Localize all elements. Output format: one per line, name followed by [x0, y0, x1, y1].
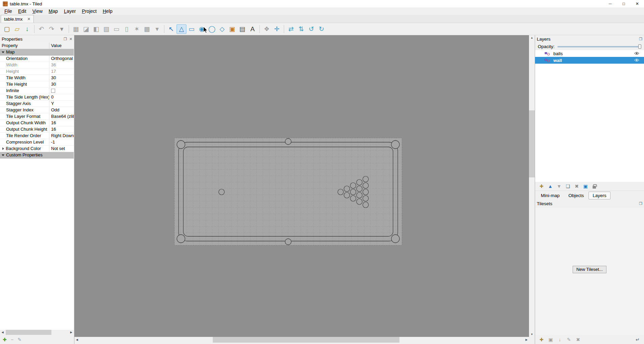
- canvas-v-scroll-thumb[interactable]: [529, 110, 535, 177]
- property-row[interactable]: Stagger Index Odd: [0, 107, 74, 113]
- tab-layers[interactable]: Layers: [589, 192, 611, 199]
- duplicate-layer-button[interactable]: ❏: [565, 183, 571, 190]
- new-tileset-button[interactable]: New Tileset...: [573, 266, 606, 273]
- property-row[interactable]: Map: [0, 49, 74, 56]
- highlight-layer-button[interactable]: ▣: [582, 183, 589, 190]
- rotate-right-button[interactable]: ↻: [317, 24, 326, 34]
- edit-polygons-tool[interactable]: △: [177, 24, 186, 34]
- property-name: Tile Render Order: [6, 133, 41, 139]
- open-file-button[interactable]: ▱: [12, 24, 22, 34]
- property-row[interactable]: Tile Width 30: [0, 75, 74, 81]
- scroll-right-arrow[interactable]: ▶: [524, 337, 529, 342]
- property-row[interactable]: Stagger Axis Y: [0, 101, 74, 107]
- add-property-button[interactable]: ✚: [3, 337, 7, 342]
- tab-objects[interactable]: Objects: [565, 192, 588, 199]
- insert-template-tool[interactable]: ▤: [237, 24, 247, 34]
- property-row[interactable]: Tile Render Order Right Down: [0, 133, 74, 139]
- insert-polygon-tool[interactable]: ◇: [217, 24, 227, 34]
- opacity-slider[interactable]: [557, 43, 641, 50]
- minimize-button[interactable]: ─: [603, 0, 617, 7]
- insert-point-tool[interactable]: ◉: [197, 24, 207, 34]
- remove-layer-button[interactable]: ✖: [573, 183, 580, 190]
- insert-rectangle-tool[interactable]: ▭: [187, 24, 197, 34]
- menu-map[interactable]: Map: [46, 8, 61, 15]
- properties-footer: ✚ − ✎: [0, 335, 74, 344]
- document-tab[interactable]: table.tmx ✕: [1, 15, 34, 23]
- canvas-h-scrollbar[interactable]: ◀ ▶: [74, 337, 529, 343]
- object-layer-icon: [545, 58, 550, 63]
- menu-view[interactable]: View: [29, 8, 46, 15]
- tab-mini-map[interactable]: Mini-map: [537, 192, 564, 199]
- map-canvas-area: ▲ ▼ ◀ ▶: [74, 35, 535, 344]
- infinite-checkbox[interactable]: [51, 89, 55, 93]
- close-button[interactable]: ✕: [630, 0, 644, 7]
- scroll-down-arrow[interactable]: ▼: [529, 332, 534, 337]
- undo-history-dropdown[interactable]: ▾: [57, 24, 67, 34]
- scroll-left-arrow[interactable]: ◀: [0, 330, 5, 335]
- menu-layer[interactable]: Layer: [61, 8, 79, 15]
- visibility-eye-icon[interactable]: [634, 51, 639, 55]
- scroll-up-arrow[interactable]: ▲: [529, 35, 534, 40]
- properties-header: Properties ❐ ✕: [0, 35, 74, 43]
- new-layer-button[interactable]: ✚: [538, 183, 545, 190]
- menu-file[interactable]: File: [1, 8, 15, 15]
- opacity-slider-handle[interactable]: [638, 44, 641, 49]
- flip-horizontal-button[interactable]: ⇄: [286, 24, 296, 34]
- opacity-row: Opacity:: [535, 43, 644, 50]
- property-row[interactable]: Tile Height 30: [0, 81, 74, 88]
- scroll-left-arrow[interactable]: ◀: [74, 337, 79, 342]
- canvas-h-scroll-thumb[interactable]: [213, 337, 399, 343]
- select-objects-tool[interactable]: ↖: [166, 24, 176, 34]
- insert-ellipse-tool[interactable]: ◯: [207, 24, 217, 34]
- properties-h-scrollbar[interactable]: ◀ ▶: [0, 330, 74, 335]
- window-controls: ─ □ ✕: [603, 0, 644, 7]
- open-tileset-editor-button[interactable]: ↵: [634, 336, 641, 343]
- new-tileset-button-small[interactable]: ✚: [538, 336, 545, 343]
- property-row[interactable]: Custom Properties: [0, 152, 74, 158]
- scroll-right-arrow[interactable]: ▶: [69, 330, 74, 335]
- map-svg[interactable]: [174, 138, 402, 245]
- expand-arrow-icon[interactable]: [2, 147, 4, 150]
- property-row[interactable]: Infinite: [0, 88, 74, 94]
- layer-row-balls[interactable]: balls: [535, 50, 644, 57]
- lower-layer-button: ▼: [556, 183, 562, 190]
- layer-row-wall[interactable]: wall: [535, 57, 644, 64]
- map-viewport[interactable]: [74, 35, 529, 337]
- property-row[interactable]: Output Chunk Height 16: [0, 126, 74, 133]
- toolbar-button: [69, 25, 69, 33]
- property-row[interactable]: Output Chunk Width 16: [0, 120, 74, 126]
- properties-scroll-thumb[interactable]: [6, 330, 51, 335]
- insert-text-tool[interactable]: A: [248, 24, 257, 34]
- menu-project[interactable]: Project: [79, 8, 100, 15]
- canvas-v-scrollbar[interactable]: ▲ ▼: [529, 35, 535, 337]
- insert-tile-tool[interactable]: ▣: [227, 24, 237, 34]
- menu-help[interactable]: Help: [100, 8, 116, 15]
- close-panel-icon[interactable]: ✕: [69, 37, 72, 41]
- rotate-left-button[interactable]: ↺: [306, 24, 316, 34]
- menu-edit[interactable]: Edit: [15, 8, 29, 15]
- property-row[interactable]: Compression Level -1: [0, 139, 74, 146]
- save-button[interactable]: ↓: [22, 24, 32, 34]
- new-file-button[interactable]: ▢: [2, 24, 12, 34]
- maximize-button[interactable]: □: [617, 0, 630, 7]
- property-row[interactable]: Tile Layer Format Base64 (zlib: [0, 113, 74, 120]
- raise-layer-button[interactable]: ▲: [547, 183, 554, 190]
- property-value: 36: [51, 62, 56, 68]
- property-name: Infinite: [6, 88, 19, 94]
- property-row[interactable]: Orientation Orthogonal: [0, 56, 74, 62]
- collapse-triangle-icon[interactable]: [2, 154, 4, 156]
- collapse-triangle-icon[interactable]: [2, 51, 4, 53]
- visibility-eye-icon[interactable]: [634, 58, 639, 62]
- flip-vertical-button[interactable]: ⇅: [296, 24, 306, 34]
- property-row[interactable]: Background Color Not set: [0, 146, 74, 152]
- properties-panel: Properties ❐ ✕ Property Value Map: [0, 35, 74, 344]
- property-row[interactable]: Tile Side Length (Hex) 0: [0, 94, 74, 101]
- tab-close-icon[interactable]: ✕: [27, 17, 30, 21]
- offset-layers-tool[interactable]: ✛: [272, 24, 282, 34]
- toolbar-button: [164, 25, 164, 33]
- lock-layer-button[interactable]: [591, 183, 598, 190]
- float-panel-icon[interactable]: ❐: [64, 37, 67, 41]
- float-panel-icon[interactable]: ❐: [639, 37, 642, 41]
- float-panel-icon[interactable]: ❐: [639, 201, 642, 206]
- pool-table-map[interactable]: [174, 138, 402, 245]
